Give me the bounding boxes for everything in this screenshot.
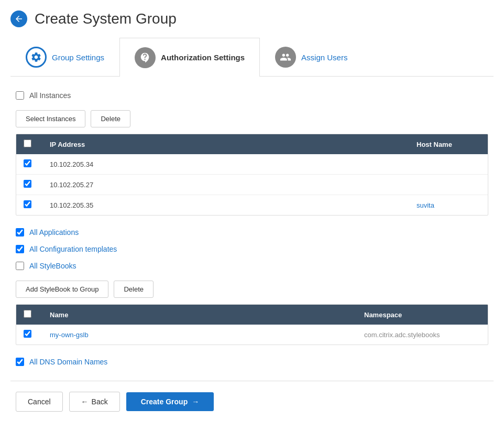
back-button[interactable]: ← Back	[69, 392, 120, 412]
host-name-cell	[409, 154, 488, 175]
all-applications-row: All Applications	[16, 224, 488, 241]
all-dns-checkbox[interactable]	[16, 358, 24, 366]
instance-row-checkbox[interactable]	[24, 180, 31, 188]
name-header: Name	[42, 305, 357, 325]
stylebooks-table: Name Namespace my-own-gslb com.citrix.ad…	[16, 304, 488, 345]
stylebooks-btn-row: Add StyleBook to Group Delete	[16, 281, 488, 298]
instances-select-all-checkbox[interactable]	[24, 139, 31, 147]
tab-group-settings-label: Group Settings	[52, 53, 104, 62]
all-instances-checkbox[interactable]	[16, 91, 24, 100]
tab-assign-users[interactable]: Assign Users	[260, 38, 363, 76]
tab-authorization-settings[interactable]: Authorization Settings	[119, 38, 260, 77]
delete-instances-button[interactable]: Delete	[91, 110, 130, 127]
ip-address-cell: 10.102.205.34	[42, 154, 409, 175]
content-area: All Instances Select Instances Delete IP…	[10, 87, 494, 370]
layers-icon-users	[275, 47, 296, 68]
all-instances-label[interactable]: All Instances	[29, 91, 71, 100]
namespace-header: Namespace	[357, 305, 488, 325]
all-config-templates-label[interactable]: All Configuration templates	[29, 245, 117, 253]
tab-authorization-settings-label: Authorization Settings	[161, 53, 245, 62]
table-row: 10.102.205.34	[16, 154, 488, 175]
all-stylebooks-row: All StyleBooks	[16, 257, 488, 274]
create-group-label: Create Group	[141, 397, 188, 406]
page-header: Create System Group	[10, 10, 494, 27]
all-config-templates-row: All Configuration templates	[16, 241, 488, 257]
ip-address-cell: 10.102.205.35	[42, 195, 409, 216]
instances-table: IP Address Host Name 10.102.205.34 10.10…	[16, 134, 488, 216]
all-stylebooks-checkbox[interactable]	[16, 262, 24, 270]
page-title: Create System Group	[35, 10, 177, 27]
back-navigation-button[interactable]	[10, 10, 27, 27]
stylebooks-select-all-checkbox[interactable]	[24, 310, 31, 318]
footer: Cancel ← Back Create Group →	[10, 381, 494, 422]
instance-row-checkbox[interactable]	[24, 159, 31, 167]
create-group-button[interactable]: Create Group →	[126, 392, 214, 411]
instances-btn-row: Select Instances Delete	[16, 110, 488, 127]
host-name-cell	[409, 175, 488, 195]
ip-address-cell: 10.102.205.27	[42, 175, 409, 195]
ip-address-header: IP Address	[42, 134, 409, 154]
gear-icon	[26, 47, 47, 68]
tab-group-settings[interactable]: Group Settings	[10, 38, 119, 76]
stylebook-name-cell: my-own-gslb	[42, 325, 357, 345]
table-row: my-own-gslb com.citrix.adc.stylebooks	[16, 325, 488, 345]
tab-assign-users-label: Assign Users	[301, 53, 347, 62]
back-arrow-icon: ←	[81, 397, 89, 406]
all-stylebooks-label[interactable]: All StyleBooks	[29, 262, 76, 270]
arrow-right-icon: →	[192, 397, 199, 406]
select-instances-button[interactable]: Select Instances	[16, 110, 85, 127]
all-instances-row: All Instances	[16, 87, 488, 104]
tab-bar: Group Settings Authorization Settings As…	[10, 38, 494, 77]
table-row: 10.102.205.27	[16, 175, 488, 195]
stylebook-namespace-cell: com.citrix.adc.stylebooks	[357, 325, 488, 345]
back-button-label: Back	[92, 397, 108, 406]
all-dns-label[interactable]: All DNS Domain Names	[29, 358, 107, 366]
all-applications-checkbox[interactable]	[16, 228, 24, 236]
host-name-header: Host Name	[409, 134, 488, 154]
page-container: Create System Group Group Settings Autho…	[0, 0, 504, 430]
host-name-cell: suvita	[409, 195, 488, 216]
table-row: 10.102.205.35 suvita	[16, 195, 488, 216]
layers-icon-auth	[135, 47, 156, 68]
add-stylebook-button[interactable]: Add StyleBook to Group	[16, 281, 108, 298]
instance-row-checkbox[interactable]	[24, 200, 31, 208]
all-dns-row: All DNS Domain Names	[16, 353, 488, 370]
delete-stylebook-button[interactable]: Delete	[114, 281, 154, 298]
stylebook-row-checkbox[interactable]	[24, 330, 31, 338]
all-applications-label[interactable]: All Applications	[29, 228, 79, 236]
cancel-button[interactable]: Cancel	[16, 392, 63, 412]
all-config-templates-checkbox[interactable]	[16, 245, 24, 253]
